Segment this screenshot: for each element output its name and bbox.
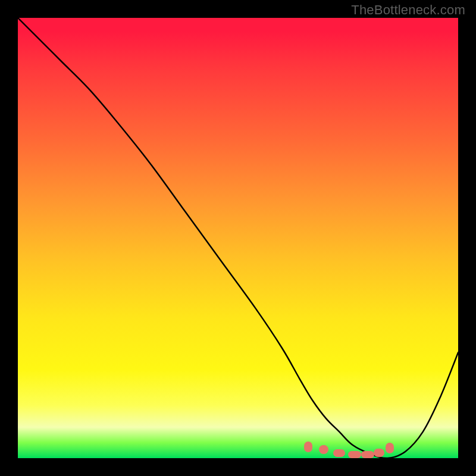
curve-marker <box>348 451 361 458</box>
curve-marker <box>333 449 345 457</box>
watermark-text: TheBottleneck.com <box>351 2 465 18</box>
curve-marker <box>304 441 312 452</box>
plot-area <box>18 18 458 458</box>
curve-marker <box>319 445 328 454</box>
bottleneck-curve <box>18 18 458 458</box>
chart-frame: TheBottleneck.com <box>0 0 476 476</box>
curve-marker <box>361 451 374 458</box>
curve-marker <box>386 443 394 453</box>
curve-marker <box>374 449 384 457</box>
